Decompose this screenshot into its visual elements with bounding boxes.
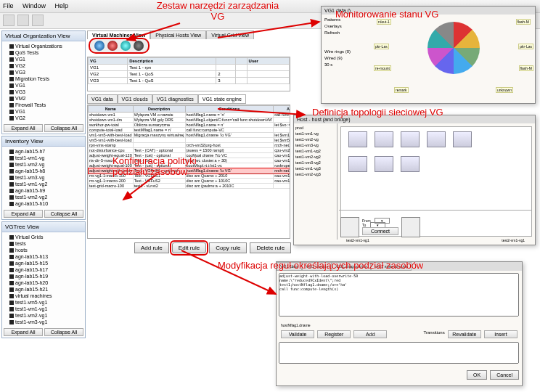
tree-item[interactable]: VG3 bbox=[4, 89, 83, 95]
info-icon[interactable] bbox=[94, 41, 105, 51]
vo-expand-button[interactable]: Expand All bbox=[4, 124, 43, 132]
topo-list-item[interactable]: test1-vm2-vg bbox=[295, 136, 335, 142]
save-icon[interactable] bbox=[17, 15, 29, 26]
tree-item[interactable]: agn-lab15-h8 bbox=[4, 168, 83, 174]
tree-item[interactable]: test1-vm3-vg bbox=[4, 174, 83, 181]
tree-item[interactable]: test1-vm2-vg1 bbox=[4, 312, 83, 319]
topo-node[interactable] bbox=[453, 131, 472, 147]
vg-list-table[interactable]: VGDescriptionUserVG1Test 1 - rpnVG2Test … bbox=[87, 57, 290, 91]
menu-file[interactable]: File bbox=[3, 2, 14, 9]
tree-item[interactable]: test1-vm5-vg1 bbox=[4, 299, 83, 306]
tree-item[interactable]: agn-lab15-h9 bbox=[4, 187, 83, 194]
tree-item[interactable]: tests bbox=[4, 240, 83, 247]
copy-rule-button[interactable]: Copy rule bbox=[209, 242, 247, 253]
menu-window[interactable]: Window bbox=[22, 2, 46, 9]
register-button[interactable]: Register bbox=[317, 330, 351, 338]
inv-expand-button[interactable]: Expand All bbox=[4, 210, 43, 218]
tree-item[interactable]: test1-vm3-vg1 bbox=[4, 319, 83, 325]
tree-item[interactable]: VG1 bbox=[4, 108, 83, 115]
tree-item[interactable]: agn-lab15-h17 bbox=[4, 266, 83, 273]
label-overlays: Overlays bbox=[324, 24, 369, 28]
tree-item[interactable]: agn-lab15-h19 bbox=[4, 273, 83, 279]
doc-icon[interactable] bbox=[3, 15, 15, 26]
tree-item[interactable]: test1-vm2-vg bbox=[4, 161, 83, 168]
tree-item[interactable]: test1-vm2-vg2 bbox=[4, 194, 83, 200]
panel-inventory: Inventory View agn-lab15-h7test1-vm1-vgt… bbox=[1, 136, 86, 220]
topo-list-item[interactable]: test1-vm3-vg2 bbox=[295, 160, 335, 166]
tree-item[interactable]: VM2 bbox=[4, 95, 83, 102]
tree-item[interactable]: Virtual Grids bbox=[4, 234, 83, 240]
pie-label-4: re-mount bbox=[374, 65, 391, 71]
tree-item[interactable]: agn-lab15-h20 bbox=[4, 279, 83, 286]
cancel-button[interactable]: Cancel bbox=[490, 370, 519, 380]
inv-collapse-button[interactable]: Collapse All bbox=[44, 210, 83, 218]
tree-item[interactable]: agn-lab15-h21 bbox=[4, 286, 83, 293]
tree-item[interactable]: agn-lab15-h7 bbox=[4, 148, 83, 155]
tree-item[interactable]: test1-vm1-vg bbox=[4, 155, 83, 161]
main-tab[interactable]: Virtual Grid View bbox=[206, 30, 254, 39]
topo-list-item[interactable]: test1-vm2-vg2 bbox=[295, 154, 335, 160]
main-tab[interactable]: Physical Hosts View bbox=[150, 30, 206, 39]
menu-help[interactable]: Help bbox=[55, 2, 69, 9]
topo-list-item[interactable]: test1-vm3-vg bbox=[295, 142, 335, 148]
topo-list-item[interactable]: test1-vm1-vg2 bbox=[295, 148, 335, 154]
annotation-monitor: Monitorowanie stanu VG bbox=[335, 9, 438, 20]
tree-item[interactable]: Virtual Organizations bbox=[4, 43, 83, 49]
topo-list-item[interactable]: test1-vm2-vg3 bbox=[295, 171, 335, 177]
rule-condition-field[interactable]: hostNflag1.dname bbox=[277, 322, 522, 329]
sub-tab[interactable]: VG1 diagnostics bbox=[152, 94, 198, 104]
rule-result-editor[interactable] bbox=[279, 342, 519, 364]
settings-icon[interactable] bbox=[134, 41, 144, 51]
revalidate-button[interactable]: Revalidate bbox=[448, 330, 481, 338]
rule-code-editor[interactable] bbox=[279, 273, 519, 317]
topo-list-item[interactable]: test1-vm1-vg bbox=[295, 131, 335, 136]
tree-item[interactable]: VG2 bbox=[4, 62, 83, 69]
topo-node[interactable] bbox=[401, 156, 420, 172]
tree-item[interactable]: hosts bbox=[4, 247, 83, 253]
topo-node[interactable] bbox=[375, 156, 393, 172]
tree-item[interactable]: VG1 bbox=[4, 82, 83, 89]
tree-item[interactable]: agn-lab15-h13 bbox=[4, 253, 83, 260]
sub-tab[interactable]: VG1 state engine bbox=[198, 94, 246, 104]
topo-node[interactable] bbox=[348, 131, 367, 147]
refresh-icon[interactable] bbox=[120, 41, 131, 51]
panel-vgtree-tree[interactable]: Virtual Gridstestshostsagn-lab15-h13agn-… bbox=[2, 232, 85, 327]
vo-collapse-button[interactable]: Collapse All bbox=[44, 124, 83, 132]
delete-rule-button[interactable]: Delete rule bbox=[250, 242, 291, 253]
add-rule-button[interactable]: Add rule bbox=[134, 242, 169, 253]
tree-item[interactable]: agn-lab15-h10 bbox=[4, 200, 83, 207]
topo-list-item[interactable]: test1-vm1-vg3 bbox=[295, 166, 335, 171]
vgt-expand-button[interactable]: Expand All bbox=[4, 328, 43, 336]
validate-button[interactable]: Validate bbox=[281, 330, 314, 338]
connect-button[interactable]: Connect bbox=[362, 227, 398, 235]
tree-item[interactable]: VG2 bbox=[4, 115, 83, 121]
tree-item[interactable]: virtual machines bbox=[4, 293, 83, 299]
topo-host-list[interactable]: prodtest1-vm1-vgtest1-vm2-vgtest1-vm3-vg… bbox=[294, 123, 338, 240]
insert-button[interactable]: Insert bbox=[484, 330, 518, 338]
tree-item[interactable]: QoS Tests bbox=[4, 49, 83, 56]
tree-item[interactable]: agn-lab15-h15 bbox=[4, 260, 83, 266]
sub-tab[interactable]: VG1 clouds bbox=[118, 94, 152, 104]
panel-vo-tree[interactable]: Virtual OrganizationsQoS TestsVG1VG2VG3M… bbox=[2, 41, 85, 123]
topo-node[interactable] bbox=[348, 156, 367, 172]
edit-rule-button[interactable]: Edit rule bbox=[172, 242, 206, 253]
tree-item[interactable]: test1-vm1-vg2 bbox=[4, 181, 83, 187]
grid-icon[interactable] bbox=[32, 15, 44, 26]
sub-tab[interactable]: VG1 data bbox=[87, 94, 118, 104]
label-refresh: Refresh bbox=[324, 30, 369, 35]
stop-icon[interactable] bbox=[107, 41, 118, 51]
panel-inventory-tree[interactable]: agn-lab15-h7test1-vm1-vgtest1-vm2-vgagn-… bbox=[2, 147, 85, 208]
refresh-value[interactable]: 30 s bbox=[324, 62, 369, 67]
topo-node[interactable] bbox=[401, 131, 420, 147]
topo-node[interactable] bbox=[375, 131, 393, 147]
tree-item[interactable]: VG1 bbox=[4, 56, 83, 62]
topo-list-item[interactable]: prod bbox=[295, 125, 335, 131]
tree-item[interactable]: VG3 bbox=[4, 69, 83, 75]
topo-node[interactable] bbox=[427, 131, 446, 147]
ok-button[interactable]: OK bbox=[467, 370, 487, 380]
tree-item[interactable]: Firewall Tests bbox=[4, 102, 83, 108]
add-field-button[interactable]: Add bbox=[353, 330, 387, 338]
tree-item[interactable]: test1-vm1-vg1 bbox=[4, 306, 83, 312]
vgt-collapse-button[interactable]: Collapse All bbox=[44, 328, 83, 336]
tree-item[interactable]: Migration Tests bbox=[4, 75, 83, 82]
